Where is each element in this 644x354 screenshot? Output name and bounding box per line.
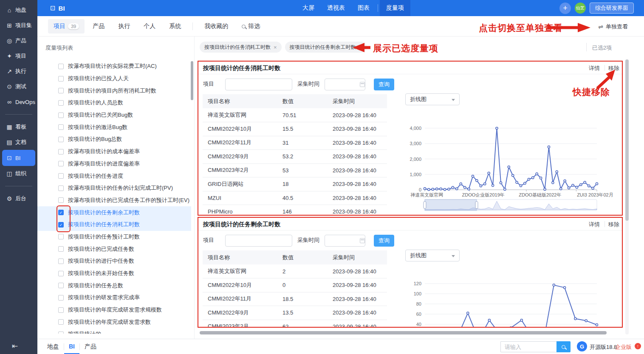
bottom-tab-dashboard[interactable]: 地盘: [42, 339, 64, 354]
table-cell: 2023-09-28 16:40: [328, 108, 387, 122]
checkbox[interactable]: [58, 88, 64, 93]
checkbox[interactable]: [58, 149, 64, 155]
time-filter-input[interactable]: [325, 79, 365, 90]
metric-item[interactable]: 按瀑布项目统计的成本偏差率: [37, 146, 191, 158]
time-filter-input[interactable]: [325, 235, 365, 247]
chart-type-label: 折线图: [410, 252, 427, 259]
scope-tab-project[interactable]: 项目39: [48, 19, 85, 34]
metric-item[interactable]: 按项目统计的研发需求完成率: [37, 292, 191, 304]
checkbox[interactable]: [58, 234, 64, 239]
sidebar-item-admin[interactable]: ⚙后台: [0, 191, 37, 206]
single-view-toggle[interactable]: ⇌ 单独查看: [598, 23, 628, 31]
scope-tab-product[interactable]: 产品: [87, 19, 110, 34]
nav-menu-bigscreen[interactable]: 大屏: [296, 0, 321, 16]
checkbox[interactable]: [58, 185, 64, 191]
metric-item[interactable]: 按项目统计的已关闭Bug数: [37, 109, 191, 121]
svg-text:60: 60: [416, 312, 421, 317]
sidebar-item-bi[interactable]: ⊡BI: [2, 150, 35, 166]
sidebar-item-product[interactable]: ◎产品: [0, 33, 37, 48]
bottom-tab-product[interactable]: 产品: [80, 339, 101, 354]
sidebar-item-home[interactable]: ⌂地盘: [0, 3, 37, 18]
metric-item[interactable]: 按项目统计的人员总数: [37, 97, 191, 109]
metric-item[interactable]: 按瀑布项目统计的进度偏差率: [37, 158, 191, 170]
scope-tab-execution[interactable]: 执行: [113, 19, 136, 34]
sidebar-item-devops[interactable]: ∞DevOps: [0, 94, 37, 110]
nav-menu-chart[interactable]: 图表: [351, 0, 376, 16]
metric-item-label: 按项目统计的任务总数: [68, 282, 123, 289]
metric-item[interactable]: 按项目统计的年度完成研发需求规模数: [37, 304, 191, 316]
checkbox[interactable]: ✓: [58, 222, 64, 228]
search-input[interactable]: [500, 341, 556, 352]
bottom-tab-bi[interactable]: BI: [64, 339, 79, 354]
chart-type-select[interactable]: 折线图: [405, 93, 460, 105]
metric-item[interactable]: 按项目统计的未开始任务数: [37, 267, 191, 280]
metric-item[interactable]: 按瀑布项目统计的实际花费工时(AC): [37, 60, 191, 73]
detail-link[interactable]: 详情: [589, 221, 600, 228]
add-button[interactable]: +: [559, 3, 571, 14]
sidebar-item-execution[interactable]: ↗执行: [0, 64, 37, 79]
metric-item[interactable]: 按瀑布项目统计的任务的计划完成工时(PV): [37, 182, 191, 194]
checkbox[interactable]: [58, 100, 64, 106]
project-filter-input[interactable]: [225, 235, 292, 247]
metric-item[interactable]: 按项目统计的任务预计工时数: [37, 231, 191, 243]
checkbox[interactable]: [58, 258, 64, 264]
metric-item[interactable]: 按项目统计的任务进度: [37, 170, 191, 182]
query-button[interactable]: 查询: [374, 79, 394, 90]
checkbox[interactable]: [58, 112, 64, 118]
favorites-tab[interactable]: 我收藏的: [199, 19, 234, 34]
checkbox[interactable]: [58, 173, 64, 179]
sidebar-item-org[interactable]: ◫组织: [0, 166, 37, 181]
metric-item[interactable]: 按项目统计的已投入人天: [37, 73, 191, 85]
checkbox[interactable]: [58, 271, 64, 276]
horizontal-scrollbar[interactable]: [200, 331, 607, 334]
metric-item[interactable]: ✓按项目统计的任务剩余工时数: [37, 206, 191, 219]
scope-tab-system[interactable]: 系统: [164, 19, 186, 34]
nav-menu-measurement[interactable]: 度量项: [380, 0, 410, 16]
metric-list-scrollbar[interactable]: [191, 61, 193, 100]
checkbox[interactable]: [58, 246, 64, 252]
filter-button[interactable]: 筛选: [236, 19, 266, 34]
checkbox[interactable]: [58, 319, 64, 325]
scope-tab-personal[interactable]: 个人: [138, 19, 161, 34]
tag-close-icon[interactable]: ×: [274, 44, 277, 51]
checkbox[interactable]: [58, 307, 64, 313]
sidebar-item-qa[interactable]: ⊙测试: [0, 79, 37, 94]
checkbox[interactable]: [58, 197, 64, 203]
execution-icon: ↗: [6, 68, 13, 75]
metric-item[interactable]: 按项目统计的激活Bug数: [37, 121, 191, 133]
checkbox[interactable]: ✓: [58, 210, 64, 215]
checkbox[interactable]: [58, 283, 64, 288]
metric-item[interactable]: 按瀑布项目统计的已完成任务工作的预计工时(EV): [37, 194, 191, 207]
upgrade-link[interactable]: 企业版: [615, 343, 632, 351]
query-button[interactable]: 查询: [374, 235, 394, 247]
metric-item[interactable]: 按项目统计的Bug总数: [37, 133, 191, 146]
sidebar-item-doc[interactable]: ▤文档: [0, 135, 37, 150]
metric-item[interactable]: 按项目统计的进行中任务数: [37, 255, 191, 267]
metric-item[interactable]: ✓按项目统计的任务消耗工时数: [37, 219, 191, 231]
app-title: BI: [59, 5, 65, 12]
sidebar-collapse-icon[interactable]: ⇤: [12, 342, 18, 351]
metric-item[interactable]: 按项目统计的任务总数: [37, 279, 191, 292]
project-filter-input[interactable]: [225, 79, 292, 90]
checkbox[interactable]: [58, 64, 64, 69]
remove-link[interactable]: 移除: [608, 221, 619, 228]
metric-item[interactable]: 按项目统计的已完成任务数: [37, 243, 191, 255]
checkbox[interactable]: [58, 76, 64, 81]
checkbox[interactable]: [58, 295, 64, 301]
vertical-scrollbar[interactable]: [625, 59, 629, 221]
checkbox[interactable]: [58, 332, 64, 334]
metric-item[interactable]: 按项目统计的年度完成研发需求数: [37, 316, 191, 328]
checkbox[interactable]: [58, 161, 64, 166]
checkbox[interactable]: [58, 124, 64, 130]
checkbox[interactable]: [58, 137, 64, 142]
metric-item[interactable]: 按项目统计的: [37, 328, 191, 334]
metric-item[interactable]: 按项目统计的项目内所有消耗工时数: [37, 84, 191, 97]
sidebar-item-project[interactable]: ✦项目: [0, 48, 37, 64]
avatar[interactable]: 仙芝: [575, 3, 586, 14]
search-button[interactable]: [556, 341, 571, 352]
sidebar-item-kanban[interactable]: ▦看板: [0, 119, 37, 135]
chart-type-select[interactable]: 折线图: [405, 250, 460, 261]
sidebar-item-program[interactable]: ⊞项目集: [0, 18, 37, 33]
workspace-button[interactable]: 综合研发界面: [590, 3, 634, 14]
nav-menu-pivot[interactable]: 透视表: [321, 0, 351, 16]
